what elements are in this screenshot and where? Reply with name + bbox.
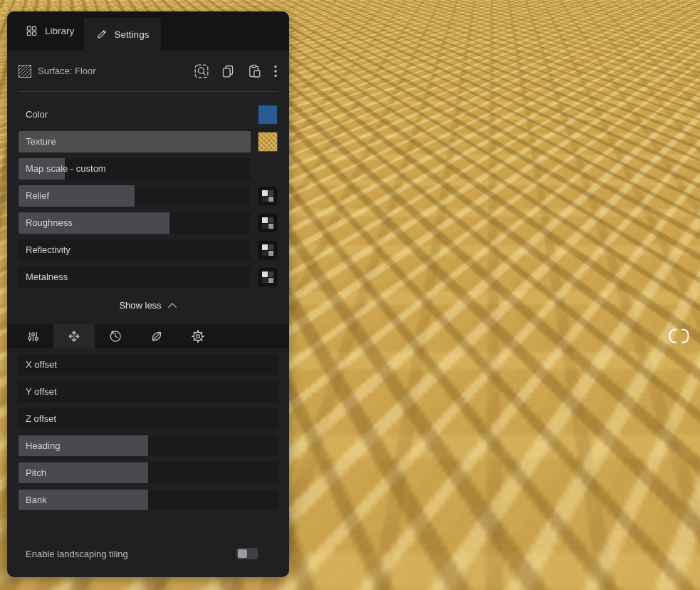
metalness-row: Metalness [19, 266, 278, 288]
x-offset-field[interactable]: X offset [19, 354, 278, 375]
grid-icon [26, 25, 38, 37]
tab-library-label: Library [45, 26, 74, 36]
z-offset-field[interactable]: Z offset [19, 408, 278, 429]
surface-title: Surface: Floor [38, 66, 96, 76]
heading-field[interactable]: Heading [19, 435, 278, 456]
reflectivity-row: Reflectivity [19, 239, 278, 261]
tab-settings[interactable]: Settings [84, 18, 161, 51]
roughness-map-button[interactable] [258, 214, 277, 232]
reflectivity-label: Reflectivity [19, 239, 251, 261]
show-less-label: Show less [119, 300, 161, 311]
pitch-field[interactable]: Pitch [19, 462, 278, 483]
metalness-slider[interactable]: Metalness [19, 266, 251, 288]
checker-icon [262, 190, 273, 202]
texture-swatch[interactable] [258, 132, 278, 152]
color-row: Color [19, 104, 278, 125]
roughness-row: Roughness [19, 212, 278, 234]
material-section: Color Texture Map scale - custom [7, 104, 289, 314]
relief-row: Relief [19, 185, 278, 207]
color-swatch[interactable] [258, 105, 278, 125]
settings-panel: Library Settings Surface: Floor [7, 11, 289, 577]
metalness-label: Metalness [19, 266, 251, 288]
reflectivity-slider[interactable]: Reflectivity [19, 239, 251, 261]
more-icon[interactable] [272, 63, 279, 80]
heading-label: Heading [19, 435, 278, 456]
y-offset-field[interactable]: Y offset [19, 381, 278, 402]
map-scale-slider[interactable]: Map scale - custom [19, 158, 251, 180]
leaf-icon [150, 329, 164, 343]
map-scale-label: Map scale - custom [19, 158, 251, 180]
tool-tab-sliders[interactable] [12, 324, 53, 348]
bank-label: Bank [19, 490, 278, 510]
reflectivity-map-button[interactable] [258, 241, 277, 259]
roughness-slider[interactable]: Roughness [19, 212, 251, 234]
toggle-knob [238, 549, 247, 558]
bank-field[interactable]: Bank [19, 490, 278, 510]
map-scale-row: Map scale - custom [19, 158, 278, 180]
tool-tab-bar [7, 324, 289, 348]
history-icon [108, 329, 122, 343]
header-actions [193, 63, 279, 80]
surface-header: Surface: Floor [7, 51, 289, 91]
tool-tab-history[interactable] [95, 324, 136, 348]
copy-icon[interactable] [219, 63, 236, 80]
pitch-label: Pitch [19, 462, 278, 483]
color-field[interactable]: Color [19, 104, 251, 125]
color-label: Color [19, 104, 251, 125]
paste-icon[interactable] [246, 63, 263, 80]
move-icon [67, 329, 81, 343]
app-window: Library Settings Surface: Floor [0, 0, 700, 590]
landscaping-tiling-toggle[interactable] [236, 548, 258, 559]
tool-tab-gear[interactable] [177, 324, 219, 348]
surface-hatch-icon [19, 65, 31, 78]
tool-tab-move[interactable] [53, 324, 95, 348]
relief-label: Relief [19, 185, 251, 207]
roughness-label: Roughness [19, 212, 251, 234]
header-divider [19, 91, 278, 92]
panel-tab-bar: Library Settings [7, 11, 289, 51]
tab-library[interactable]: Library [7, 11, 84, 51]
x-offset-label: X offset [19, 354, 278, 375]
z-offset-label: Z offset [19, 408, 278, 429]
selection-cursor [669, 328, 689, 343]
show-less-button[interactable]: Show less [19, 296, 278, 314]
transform-section: X offset Y offset Z offset Heading Pitch… [7, 354, 289, 510]
texture-row: Texture [19, 131, 278, 152]
checker-icon [262, 271, 273, 283]
chevron-up-icon [167, 302, 177, 309]
checker-icon [262, 244, 273, 256]
landscaping-tiling-label: Enable landscaping tiling [26, 549, 128, 559]
metalness-map-button[interactable] [258, 268, 277, 286]
find-icon[interactable] [193, 63, 210, 80]
sliders-icon [26, 330, 40, 343]
footer-row: Enable landscaping tiling [7, 542, 289, 565]
relief-map-button[interactable] [258, 187, 277, 205]
pencil-icon [96, 29, 108, 40]
checker-icon [262, 217, 273, 229]
gear-icon [191, 329, 205, 343]
surface-title-group: Surface: Floor [19, 65, 193, 78]
relief-slider[interactable]: Relief [19, 185, 251, 207]
tab-settings-label: Settings [115, 29, 150, 40]
y-offset-label: Y offset [19, 381, 278, 402]
texture-field[interactable]: Texture [19, 131, 251, 152]
tool-tab-leaf[interactable] [136, 324, 177, 348]
texture-label: Texture [19, 131, 251, 152]
